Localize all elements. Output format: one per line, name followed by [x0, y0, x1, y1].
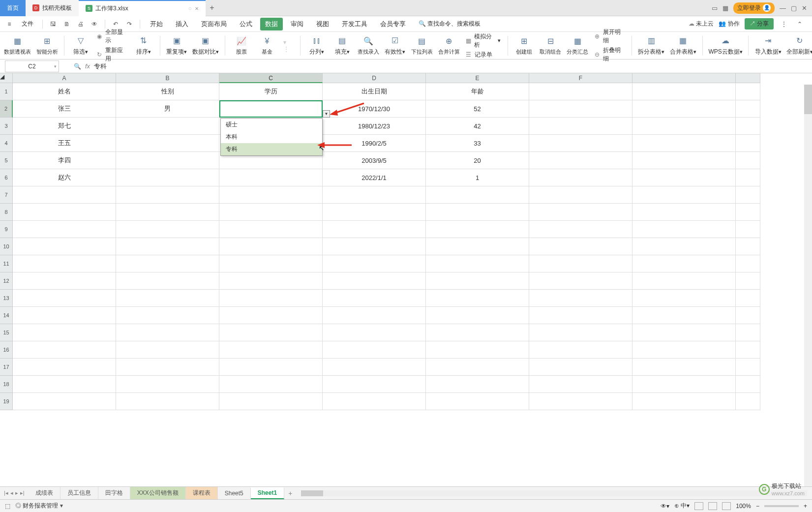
cell[interactable] [632, 118, 736, 135]
cell[interactable] [632, 186, 736, 204]
cell[interactable] [116, 359, 219, 376]
cell[interactable] [116, 118, 219, 135]
cell[interactable] [323, 238, 426, 255]
menu-tab-layout[interactable]: 页面布局 [196, 18, 232, 30]
wps-cloud-button[interactable]: ☁WPS云数据▾ [710, 35, 742, 56]
cell[interactable] [632, 359, 736, 376]
command-search[interactable]: 🔍 查找命令、搜索模板 [419, 20, 481, 28]
formula-value[interactable]: 专科 [94, 62, 107, 71]
cell[interactable]: 出生日期 [323, 83, 426, 100]
row-header[interactable]: 11 [0, 255, 13, 272]
cell[interactable] [13, 272, 116, 290]
cell[interactable] [736, 221, 760, 238]
col-header-D[interactable]: D [323, 73, 426, 83]
cell[interactable] [632, 152, 736, 169]
cell[interactable] [529, 290, 632, 307]
zoom-slider[interactable] [764, 505, 799, 507]
menu-tab-member[interactable]: 会员专享 [375, 18, 411, 30]
sheet-tab-active[interactable]: Sheet1 [251, 487, 284, 499]
cell[interactable]: 李四 [13, 152, 116, 169]
sheet-nav-last[interactable]: ▸| [20, 490, 25, 496]
col-header-B[interactable]: B [116, 73, 219, 83]
cell[interactable] [13, 324, 116, 341]
ime-icon[interactable]: ⊕ 中▾ [674, 502, 690, 510]
more-icon[interactable]: ⋮ [779, 19, 789, 30]
consolidate-button[interactable]: ⊕合并计算 [439, 36, 459, 56]
cell[interactable]: 20 [426, 152, 529, 169]
cell[interactable] [632, 204, 736, 221]
stock-button[interactable]: 📈股票 [232, 36, 251, 56]
dropdown-list-button[interactable]: ▤下拉列表 [412, 36, 432, 56]
cell[interactable] [219, 221, 323, 238]
cell[interactable] [219, 393, 323, 410]
cell[interactable] [529, 238, 632, 255]
row-header[interactable]: 7 [0, 186, 13, 204]
cell[interactable] [13, 255, 116, 272]
sheet-nav-first[interactable]: |◂ [4, 490, 8, 496]
cell[interactable] [323, 341, 426, 359]
cell[interactable] [219, 204, 323, 221]
cell[interactable] [13, 186, 116, 204]
cloud-status[interactable]: ☁ 未上云 [689, 20, 714, 28]
dropdown-option[interactable]: 硕士 [221, 119, 322, 131]
cell[interactable] [736, 169, 760, 186]
workbook-tab[interactable]: S 工作簿3.xlsx ○ ✕ [79, 0, 206, 16]
cell[interactable] [116, 376, 219, 393]
cell[interactable] [529, 204, 632, 221]
cell[interactable]: 性别 [116, 83, 219, 100]
name-box[interactable]: C2 [5, 60, 59, 72]
cell[interactable] [323, 376, 426, 393]
cell[interactable] [323, 221, 426, 238]
cell[interactable] [736, 152, 760, 169]
menu-tab-view[interactable]: 视图 [311, 18, 334, 30]
cell[interactable] [529, 169, 632, 186]
row-header[interactable]: 5 [0, 152, 13, 169]
cell[interactable] [426, 307, 529, 324]
cell[interactable]: 2022/1/1 [323, 169, 426, 186]
validation-dropdown-button[interactable]: ▼ [323, 110, 330, 118]
saveas-icon[interactable]: 🗎 [61, 19, 72, 30]
cell[interactable]: 专科 [219, 100, 323, 118]
share-button[interactable]: ↗ 分享 [745, 18, 774, 30]
cell[interactable] [632, 272, 736, 290]
cell[interactable] [219, 255, 323, 272]
apps-icon[interactable]: ▦ [722, 4, 728, 12]
cell[interactable] [736, 100, 760, 118]
cell[interactable] [116, 307, 219, 324]
cell[interactable] [323, 359, 426, 376]
row-header[interactable]: 1 [0, 83, 13, 100]
cell[interactable]: 郑七 [13, 118, 116, 135]
collapse-detail-button[interactable]: ⊖折叠明细 [595, 46, 625, 63]
subtotal-button[interactable]: ▦分类汇总 [568, 36, 588, 56]
cell[interactable]: 男 [116, 100, 219, 118]
import-data-button[interactable]: ⇥导入数据▾ [755, 35, 780, 56]
find-record-button[interactable]: 🔍查找录入 [359, 36, 379, 56]
ungroup-button[interactable]: ⊟取消组合 [541, 36, 561, 56]
cell[interactable] [632, 290, 736, 307]
cell[interactable]: 1980/12/23 [323, 118, 426, 135]
zoom-out-icon[interactable]: − [756, 503, 759, 510]
zoom-value[interactable]: 100% [736, 503, 751, 510]
cell[interactable] [529, 221, 632, 238]
cell[interactable] [529, 255, 632, 272]
dropdown-option[interactable]: 本科 [221, 131, 322, 143]
eye-icon[interactable]: 👁▾ [661, 503, 669, 510]
cell[interactable] [736, 135, 760, 152]
cell[interactable] [219, 186, 323, 204]
cell[interactable] [426, 255, 529, 272]
row-header[interactable]: 17 [0, 359, 13, 376]
cell[interactable] [323, 204, 426, 221]
split-table-button[interactable]: ▥拆分表格▾ [639, 35, 663, 56]
cell[interactable] [632, 169, 736, 186]
cell[interactable] [529, 272, 632, 290]
duplicates-button[interactable]: ▣重复项▾ [167, 35, 186, 56]
cell[interactable] [426, 221, 529, 238]
cell[interactable] [632, 255, 736, 272]
col-header-C[interactable]: C [219, 73, 323, 83]
cell[interactable] [116, 341, 219, 359]
cell[interactable] [632, 324, 736, 341]
sheet-tab[interactable]: 田字格 [98, 487, 130, 499]
cell[interactable] [116, 204, 219, 221]
pivot-button[interactable]: ▦数据透视表 [5, 36, 30, 56]
expand-detail-button[interactable]: ⊕展开明细 [595, 28, 625, 45]
